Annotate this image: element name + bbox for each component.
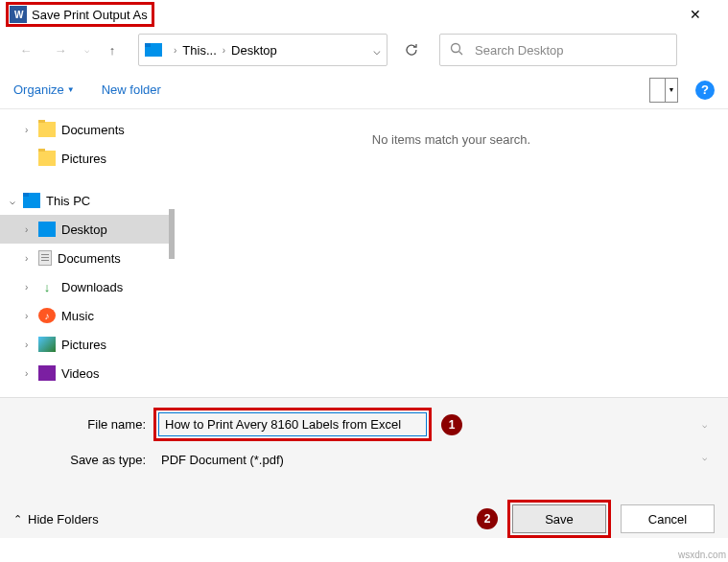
- svg-line-2: [459, 51, 463, 55]
- filename-label: File name:: [13, 417, 153, 432]
- chevron-right-icon: ›: [25, 368, 35, 379]
- dialog-footer: ⌃ Hide Folders 2 Save Cancel: [0, 486, 728, 538]
- chevron-down-icon: ⌵: [10, 196, 19, 206]
- nav-bar: ← → ⌵ ↑ › This... › Desktop ⌵ Search Des…: [0, 29, 728, 71]
- savetype-label: Save as type:: [13, 453, 153, 467]
- forward-button[interactable]: →: [44, 34, 77, 66]
- cancel-button[interactable]: Cancel: [621, 504, 715, 533]
- music-icon: ♪: [38, 308, 56, 323]
- filename-dropdown[interactable]: ⌵: [702, 420, 707, 430]
- view-button[interactable]: ▼: [649, 78, 678, 103]
- address-bar[interactable]: › This... › Desktop ⌵: [138, 34, 387, 66]
- chevron-right-icon: ›: [25, 125, 35, 135]
- tree-scrollbar[interactable]: [169, 209, 175, 259]
- filename-input[interactable]: How to Print Avery 8160 Labels from Exce…: [158, 412, 427, 436]
- tree-item-pictures[interactable]: › Pictures: [0, 330, 175, 359]
- folder-tree: › Documents Pictures ⌵ This PC › Desktop…: [0, 109, 175, 397]
- word-icon: W: [10, 6, 27, 23]
- chevron-right-icon: ›: [223, 45, 225, 56]
- search-placeholder: Search Desktop: [475, 43, 564, 58]
- refresh-button[interactable]: [395, 34, 428, 66]
- chevron-right-icon: ›: [25, 224, 35, 235]
- chevron-right-icon: ›: [25, 311, 35, 321]
- svg-text:W: W: [14, 10, 24, 20]
- tree-item-downloads[interactable]: › ↓ Downloads: [0, 272, 175, 301]
- download-icon: ↓: [38, 279, 56, 294]
- folder-icon: [38, 151, 56, 166]
- breadcrumb-part[interactable]: Desktop: [231, 43, 277, 58]
- videos-icon: [38, 365, 56, 381]
- chevron-right-icon: ›: [25, 253, 35, 264]
- toolbar: Organize▼ New folder ▼ ?: [0, 71, 728, 109]
- save-highlight: Save: [507, 500, 611, 538]
- up-button[interactable]: ↑: [96, 34, 129, 66]
- file-list: No items match your search.: [175, 109, 728, 397]
- chevron-up-icon: ⌃: [13, 513, 22, 526]
- annotation-marker-1: 1: [441, 414, 462, 435]
- chevron-right-icon: ›: [25, 282, 35, 293]
- location-icon: [145, 43, 162, 57]
- title-bar: W Save Print Output As ✕: [0, 0, 728, 29]
- search-input[interactable]: Search Desktop: [439, 34, 677, 66]
- help-button[interactable]: ?: [695, 81, 715, 100]
- search-icon: [450, 42, 463, 59]
- hide-folders-button[interactable]: ⌃ Hide Folders: [13, 512, 99, 527]
- chevron-right-icon: ›: [25, 340, 35, 350]
- new-folder-button[interactable]: New folder: [102, 82, 161, 97]
- desktop-icon: [38, 222, 56, 237]
- body: › Documents Pictures ⌵ This PC › Desktop…: [0, 109, 728, 397]
- save-form: File name: How to Print Avery 8160 Label…: [0, 397, 728, 486]
- tree-item-desktop[interactable]: › Desktop: [0, 215, 175, 244]
- pictures-icon: [38, 337, 56, 352]
- tree-item-thispc[interactable]: ⌵ This PC: [0, 186, 175, 215]
- annotation-marker-2: 2: [477, 508, 498, 529]
- save-button[interactable]: Save: [512, 504, 606, 533]
- breadcrumb-part[interactable]: This...: [182, 43, 216, 58]
- close-button[interactable]: ✕: [676, 2, 715, 27]
- pc-icon: [23, 193, 40, 208]
- empty-message: No items match your search.: [372, 132, 530, 147]
- document-icon: [38, 250, 52, 266]
- back-button[interactable]: ←: [10, 34, 42, 66]
- savetype-dropdown[interactable]: PDF Document (*.pdf) ⌵: [153, 447, 715, 473]
- svg-point-1: [452, 43, 460, 52]
- tree-item-documents[interactable]: › Documents: [0, 115, 175, 144]
- folder-icon: [38, 122, 56, 137]
- chevron-right-icon: ›: [174, 45, 176, 56]
- title-highlight: W Save Print Output As: [6, 2, 154, 27]
- filename-highlight: How to Print Avery 8160 Labels from Exce…: [153, 408, 432, 441]
- recent-dropdown[interactable]: ⌵: [79, 34, 94, 66]
- watermark: wsxdn.com: [678, 550, 726, 560]
- tree-item-music[interactable]: › ♪ Music: [0, 301, 175, 330]
- chevron-down-icon: ⌵: [702, 453, 707, 467]
- address-dropdown[interactable]: ⌵: [373, 43, 381, 58]
- window-title: Save Print Output As: [32, 8, 148, 22]
- tree-item-pictures[interactable]: Pictures: [0, 144, 175, 173]
- tree-item-videos[interactable]: › Videos: [0, 359, 175, 387]
- organize-menu[interactable]: Organize▼: [13, 82, 75, 97]
- tree-item-documents[interactable]: › Documents: [0, 244, 175, 272]
